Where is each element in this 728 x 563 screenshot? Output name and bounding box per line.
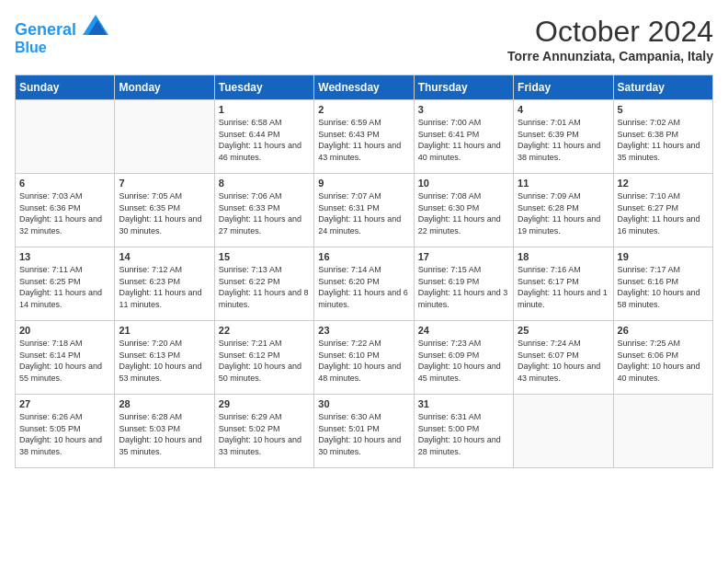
calendar-cell: 24Sunrise: 7:23 AM Sunset: 6:09 PM Dayli… (414, 321, 513, 395)
cell-text: Sunrise: 7:10 AM Sunset: 6:27 PM Dayligh… (618, 190, 709, 236)
day-number: 8 (219, 178, 310, 189)
logo-icon (83, 15, 108, 35)
cell-text: Sunrise: 7:08 AM Sunset: 6:30 PM Dayligh… (418, 190, 509, 236)
weekday-header-sunday: Sunday (16, 75, 115, 100)
day-number: 27 (19, 398, 110, 409)
cell-text: Sunrise: 7:17 AM Sunset: 6:16 PM Dayligh… (618, 264, 709, 310)
day-number: 12 (618, 178, 709, 189)
calendar-cell (613, 395, 712, 468)
calendar-cell: 25Sunrise: 7:24 AM Sunset: 6:07 PM Dayli… (514, 321, 613, 395)
calendar-cell: 31Sunrise: 6:31 AM Sunset: 5:00 PM Dayli… (414, 395, 513, 468)
day-number: 25 (518, 325, 609, 336)
day-number: 14 (119, 251, 210, 262)
day-number: 1 (219, 104, 310, 115)
day-number: 5 (618, 104, 709, 115)
cell-text: Sunrise: 7:20 AM Sunset: 6:13 PM Dayligh… (119, 338, 210, 384)
day-number: 13 (19, 251, 110, 262)
day-number: 16 (318, 251, 409, 262)
cell-text: Sunrise: 6:30 AM Sunset: 5:01 PM Dayligh… (318, 411, 409, 457)
day-number: 26 (618, 325, 709, 336)
day-number: 18 (518, 251, 609, 262)
calendar-cell: 8Sunrise: 7:06 AM Sunset: 6:33 PM Daylig… (214, 174, 313, 247)
day-number: 9 (318, 178, 409, 189)
calendar-cell: 27Sunrise: 6:26 AM Sunset: 5:05 PM Dayli… (16, 395, 115, 468)
cell-text: Sunrise: 7:03 AM Sunset: 6:36 PM Dayligh… (19, 190, 110, 236)
calendar-cell: 7Sunrise: 7:05 AM Sunset: 6:35 PM Daylig… (115, 174, 214, 247)
day-number: 2 (318, 104, 409, 115)
week-row-2: 13Sunrise: 7:11 AM Sunset: 6:25 PM Dayli… (16, 247, 713, 321)
logo-blue: Blue (15, 40, 108, 56)
calendar-cell: 2Sunrise: 6:59 AM Sunset: 6:43 PM Daylig… (314, 100, 414, 174)
cell-text: Sunrise: 7:07 AM Sunset: 6:31 PM Dayligh… (318, 190, 409, 236)
day-number: 22 (219, 325, 310, 336)
day-number: 3 (418, 104, 509, 115)
day-number: 6 (19, 178, 110, 189)
cell-text: Sunrise: 7:02 AM Sunset: 6:38 PM Dayligh… (618, 117, 709, 163)
cell-text: Sunrise: 7:01 AM Sunset: 6:39 PM Dayligh… (518, 117, 609, 163)
day-number: 19 (618, 251, 709, 262)
day-number: 4 (518, 104, 609, 115)
weekday-header-row: SundayMondayTuesdayWednesdayThursdayFrid… (16, 75, 713, 100)
logo-general: General (15, 20, 76, 39)
calendar-body: 1Sunrise: 6:58 AM Sunset: 6:44 PM Daylig… (16, 100, 713, 468)
cell-text: Sunrise: 6:31 AM Sunset: 5:00 PM Dayligh… (418, 411, 509, 457)
cell-text: Sunrise: 7:24 AM Sunset: 6:07 PM Dayligh… (518, 338, 609, 384)
day-number: 11 (518, 178, 609, 189)
calendar-cell: 4Sunrise: 7:01 AM Sunset: 6:39 PM Daylig… (514, 100, 613, 174)
calendar-cell: 20Sunrise: 7:18 AM Sunset: 6:14 PM Dayli… (16, 321, 115, 395)
cell-text: Sunrise: 7:12 AM Sunset: 6:23 PM Dayligh… (119, 264, 210, 310)
calendar-cell: 14Sunrise: 7:12 AM Sunset: 6:23 PM Dayli… (115, 247, 214, 321)
cell-text: Sunrise: 7:05 AM Sunset: 6:35 PM Dayligh… (119, 190, 210, 236)
cell-text: Sunrise: 7:25 AM Sunset: 6:06 PM Dayligh… (618, 338, 709, 384)
calendar-cell: 6Sunrise: 7:03 AM Sunset: 6:36 PM Daylig… (16, 174, 115, 247)
week-row-3: 20Sunrise: 7:18 AM Sunset: 6:14 PM Dayli… (16, 321, 713, 395)
calendar-cell: 11Sunrise: 7:09 AM Sunset: 6:28 PM Dayli… (514, 174, 613, 247)
week-row-4: 27Sunrise: 6:26 AM Sunset: 5:05 PM Dayli… (16, 395, 713, 468)
day-number: 30 (318, 398, 409, 409)
cell-text: Sunrise: 7:16 AM Sunset: 6:17 PM Dayligh… (518, 264, 609, 310)
calendar-cell (16, 100, 115, 174)
calendar-cell: 21Sunrise: 7:20 AM Sunset: 6:13 PM Dayli… (115, 321, 214, 395)
cell-text: Sunrise: 6:59 AM Sunset: 6:43 PM Dayligh… (318, 117, 409, 163)
cell-text: Sunrise: 6:28 AM Sunset: 5:03 PM Dayligh… (119, 411, 210, 457)
day-number: 23 (318, 325, 409, 336)
day-number: 28 (119, 398, 210, 409)
calendar-cell: 16Sunrise: 7:14 AM Sunset: 6:20 PM Dayli… (314, 247, 414, 321)
day-number: 21 (119, 325, 210, 336)
calendar-cell (514, 395, 613, 468)
calendar-cell: 15Sunrise: 7:13 AM Sunset: 6:22 PM Dayli… (214, 247, 313, 321)
weekday-header-tuesday: Tuesday (214, 75, 313, 100)
calendar-cell: 3Sunrise: 7:00 AM Sunset: 6:41 PM Daylig… (414, 100, 513, 174)
calendar-cell: 30Sunrise: 6:30 AM Sunset: 5:01 PM Dayli… (314, 395, 414, 468)
day-number: 7 (119, 178, 210, 189)
cell-text: Sunrise: 7:00 AM Sunset: 6:41 PM Dayligh… (418, 117, 509, 163)
weekday-header-monday: Monday (115, 75, 214, 100)
day-number: 29 (219, 398, 310, 409)
cell-text: Sunrise: 7:18 AM Sunset: 6:14 PM Dayligh… (19, 338, 110, 384)
calendar-cell (115, 100, 214, 174)
cell-text: Sunrise: 7:13 AM Sunset: 6:22 PM Dayligh… (219, 264, 310, 310)
location: Torre Annunziata, Campania, Italy (507, 49, 713, 63)
cell-text: Sunrise: 6:29 AM Sunset: 5:02 PM Dayligh… (219, 411, 310, 457)
calendar-cell: 1Sunrise: 6:58 AM Sunset: 6:44 PM Daylig… (214, 100, 313, 174)
logo: General Blue (15, 15, 108, 55)
calendar-cell: 22Sunrise: 7:21 AM Sunset: 6:12 PM Dayli… (214, 321, 313, 395)
logo-text: General (15, 15, 108, 40)
cell-text: Sunrise: 7:09 AM Sunset: 6:28 PM Dayligh… (518, 190, 609, 236)
day-number: 24 (418, 325, 509, 336)
weekday-header-wednesday: Wednesday (314, 75, 414, 100)
day-number: 17 (418, 251, 509, 262)
cell-text: Sunrise: 7:15 AM Sunset: 6:19 PM Dayligh… (418, 264, 509, 310)
cell-text: Sunrise: 6:58 AM Sunset: 6:44 PM Dayligh… (219, 117, 310, 163)
calendar-cell: 9Sunrise: 7:07 AM Sunset: 6:31 PM Daylig… (314, 174, 414, 247)
calendar-cell: 29Sunrise: 6:29 AM Sunset: 5:02 PM Dayli… (214, 395, 313, 468)
cell-text: Sunrise: 7:06 AM Sunset: 6:33 PM Dayligh… (219, 190, 310, 236)
calendar-cell: 19Sunrise: 7:17 AM Sunset: 6:16 PM Dayli… (613, 247, 712, 321)
week-row-1: 6Sunrise: 7:03 AM Sunset: 6:36 PM Daylig… (16, 174, 713, 247)
page-header: General Blue October 2024 Torre Annunzia… (15, 15, 713, 63)
cell-text: Sunrise: 6:26 AM Sunset: 5:05 PM Dayligh… (19, 411, 110, 457)
cell-text: Sunrise: 7:14 AM Sunset: 6:20 PM Dayligh… (318, 264, 409, 310)
weekday-header-friday: Friday (514, 75, 613, 100)
calendar-cell: 18Sunrise: 7:16 AM Sunset: 6:17 PM Dayli… (514, 247, 613, 321)
month-title: October 2024 (507, 15, 713, 49)
